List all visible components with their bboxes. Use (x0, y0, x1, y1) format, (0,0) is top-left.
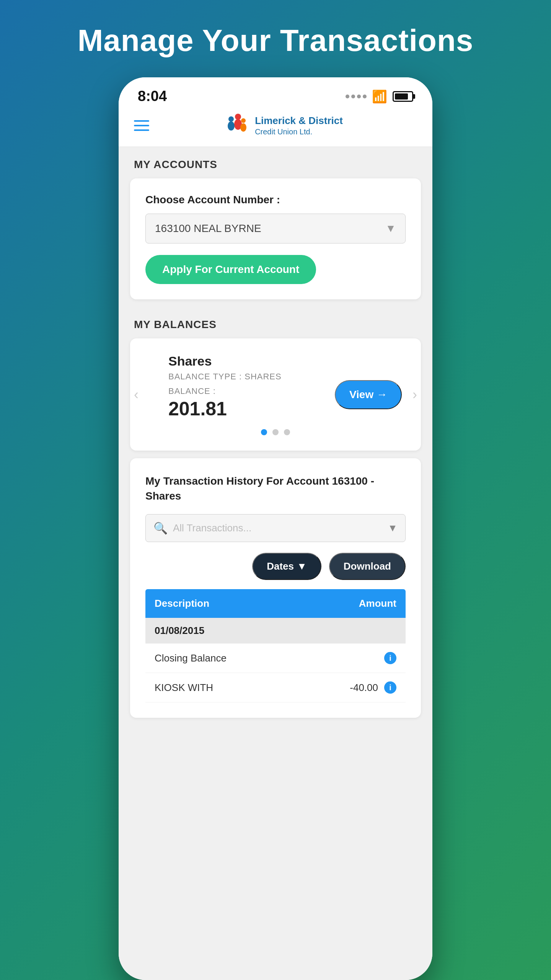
carousel-dots (149, 429, 402, 435)
status-bar: 8:04 📶 (119, 77, 432, 108)
table-header: Description Amount (145, 589, 406, 618)
transaction-title: My Transaction History For Account 16310… (145, 474, 406, 503)
col-amount: Amount (335, 598, 396, 609)
download-button[interactable]: Download (329, 553, 406, 580)
table-row: Closing Balance i (145, 644, 406, 673)
logo-text: Limerick & District Credit Union Ltd. (255, 115, 343, 136)
my-accounts-card: Choose Account Number : 163100 NEAL BYRN… (130, 178, 421, 299)
choose-account-label: Choose Account Number : (145, 194, 406, 206)
search-input[interactable]: All Transactions... (173, 522, 388, 534)
carousel-dot-2[interactable] (272, 429, 279, 435)
date-row: 01/08/2015 (145, 618, 406, 644)
carousel-prev-button[interactable]: ‹ (134, 387, 139, 403)
search-dropdown-icon: ▼ (388, 522, 398, 534)
svg-point-4 (241, 118, 246, 123)
carousel-dot-3[interactable] (284, 429, 290, 435)
trans-amount: -40.00 (332, 682, 378, 694)
search-icon: 🔍 (153, 521, 168, 535)
carousel-dot-1[interactable] (261, 429, 267, 435)
wifi-icon: 📶 (372, 89, 387, 104)
page-title: Manage Your Transactions (62, 0, 489, 77)
view-button[interactable]: View → (335, 380, 402, 409)
signal-icon (346, 95, 367, 98)
action-buttons: Dates ▼ Download (145, 553, 406, 580)
my-accounts-label: MY ACCOUNTS (119, 147, 432, 178)
table-row: KIOSK WITH -40.00 i (145, 673, 406, 702)
battery-icon (393, 91, 413, 102)
svg-point-3 (228, 121, 235, 131)
svg-point-2 (228, 116, 234, 122)
balance-title: Shares (168, 354, 383, 369)
logo-sub: Credit Union Ltd. (255, 127, 343, 136)
status-icons: 📶 (346, 89, 413, 104)
account-select[interactable]: 163100 NEAL BYRNE ▼ (145, 214, 406, 243)
account-value: 163100 NEAL BYRNE (155, 222, 261, 235)
menu-button[interactable] (134, 120, 149, 131)
info-icon[interactable]: i (384, 681, 396, 694)
transactions-table: Description Amount 01/08/2015 Closing Ba… (145, 589, 406, 702)
search-bar[interactable]: 🔍 All Transactions... ▼ (145, 514, 406, 542)
info-icon[interactable]: i (384, 652, 396, 664)
my-balances-label: MY BALANCES (119, 307, 432, 338)
transactions-card: My Transaction History For Account 16310… (130, 458, 421, 718)
apply-current-account-button[interactable]: Apply For Current Account (145, 255, 316, 284)
logo-area: Limerick & District Credit Union Ltd. (223, 112, 343, 139)
dates-button[interactable]: Dates ▼ (252, 553, 321, 580)
col-description: Description (155, 598, 335, 609)
content-area: MY ACCOUNTS Choose Account Number : 1631… (119, 147, 432, 980)
balances-card: ‹ Shares BALANCE TYPE : SHARES BALANCE :… (130, 338, 421, 451)
logo-icon (223, 112, 250, 139)
trans-description: Closing Balance (155, 652, 332, 664)
chevron-down-icon: ▼ (297, 560, 307, 572)
carousel-next-button[interactable]: › (412, 387, 417, 403)
balances-wrapper: ‹ Shares BALANCE TYPE : SHARES BALANCE :… (130, 338, 421, 451)
chevron-down-icon: ▼ (385, 222, 396, 235)
top-nav: Limerick & District Credit Union Ltd. (119, 108, 432, 147)
logo-name: Limerick & District (255, 115, 343, 127)
svg-point-5 (240, 123, 246, 132)
phone-frame: 8:04 📶 (119, 77, 432, 980)
svg-point-0 (235, 114, 241, 120)
trans-description: KIOSK WITH (155, 682, 332, 694)
status-time: 8:04 (138, 88, 167, 105)
